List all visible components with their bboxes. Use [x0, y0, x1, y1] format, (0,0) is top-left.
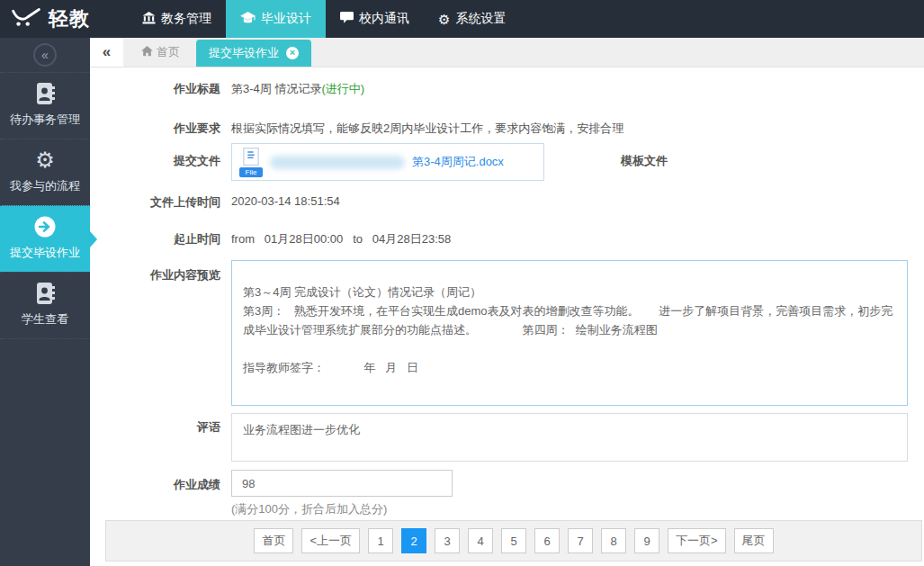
time-range-value: from 01月28日00:00 to 04月28日23:58: [231, 231, 451, 247]
arrow-right-circle-icon: [0, 215, 90, 238]
home-icon: [141, 46, 153, 59]
redacted-student-name: [270, 156, 405, 169]
chat-icon: [340, 12, 354, 26]
sidebar-collapse-row: «: [0, 38, 90, 72]
bank-icon: [142, 12, 156, 26]
nav-item-label: 系统设置: [455, 11, 506, 27]
pagination-page-1[interactable]: 1: [368, 528, 393, 553]
tab-submit-assignment[interactable]: 提交毕设作业 ×: [196, 40, 311, 67]
upload-time-value: 2020-03-14 18:51:54: [231, 194, 340, 208]
score-hint: (满分100分，折合后加入总分): [231, 501, 387, 517]
logo-icon: [11, 7, 41, 31]
app-window: 轻教 教务管理 毕业设计 校内通讯 ⚙ 系统设置 «: [0, 0, 924, 566]
sidebar: « 待办事务管理 ⚙ 我参与的流程 提交毕设作业 学生查看: [0, 38, 90, 566]
time-range-label: 起止时间: [90, 231, 220, 247]
assignment-requirement-value: 根据实际情况填写，能够反映2周内毕业设计工作，要求内容饱满，安排合理: [231, 121, 623, 137]
nav-item-label: 校内通讯: [359, 11, 409, 27]
sidebar-item-label: 我参与的流程: [10, 179, 80, 193]
assignment-title-text: 第3-4周 情况记录: [231, 82, 321, 95]
tabs-collapse-button[interactable]: «: [90, 38, 123, 67]
file-badge: File: [239, 167, 263, 177]
nav-item-graduation-design[interactable]: 毕业设计: [226, 0, 326, 38]
comment-label: 评语: [90, 419, 220, 436]
assignment-title-label: 作业标题: [90, 81, 220, 97]
nav-item-label: 教务管理: [161, 11, 211, 27]
submitted-file-box: File 第3-4周周记.docx: [231, 143, 544, 181]
pagination-page-7[interactable]: 7: [568, 528, 593, 553]
content-preview-label: 作业内容预览: [90, 267, 220, 283]
nav-item-label: 毕业设计: [261, 11, 311, 27]
sidebar-item-label: 提交毕设作业: [10, 246, 80, 259]
from-label: from: [231, 232, 255, 246]
graduation-cap-icon: [240, 12, 256, 26]
pagination-page-4[interactable]: 4: [468, 528, 493, 553]
sidebar-item-label: 待办事务管理: [10, 112, 80, 126]
sidebar-item-my-processes[interactable]: ⚙ 我参与的流程: [0, 139, 90, 205]
pagination-bar: 首页 <上一页 1 2 3 4 5 6 7 8 9 下一页> 尾页: [105, 520, 922, 562]
score-input[interactable]: [231, 470, 453, 497]
word-file-icon: File: [239, 148, 263, 177]
pagination-page-2-current[interactable]: 2: [401, 528, 426, 553]
tab-home-label: 首页: [157, 44, 180, 60]
tab-bar: « 首页 提交毕设作业 ×: [90, 38, 924, 67]
nav-item-system-settings[interactable]: ⚙ 系统设置: [424, 0, 520, 38]
status-in-progress: (进行中): [321, 82, 364, 95]
nav-item-academic[interactable]: 教务管理: [128, 0, 226, 38]
sidebar-item-label: 学生查看: [22, 312, 68, 326]
content-preview-textarea[interactable]: 第3～4周 完成设计（论文）情况记录（周记） 第3周： 熟悉开发环境，在平台实现…: [231, 260, 908, 406]
submitted-file-link[interactable]: 第3-4周周记.docx: [412, 154, 504, 170]
from-value: 01月28日00:00: [265, 232, 343, 246]
contact-card-icon: [0, 282, 90, 305]
sidebar-item-submit-assignment[interactable]: 提交毕设作业: [0, 205, 90, 272]
gear-icon: ⚙: [438, 13, 450, 26]
assignment-title-value: 第3-4周 情况记录(进行中): [231, 81, 364, 97]
comment-textarea[interactable]: 业务流程图进一步优化: [231, 413, 908, 462]
logo-text: 轻教: [49, 5, 90, 32]
contact-card-icon: [0, 82, 90, 105]
pagination-page-9[interactable]: 9: [634, 528, 659, 553]
sidebar-item-todo-management[interactable]: 待办事务管理: [0, 72, 90, 139]
upload-time-label: 文件上传时间: [90, 194, 220, 211]
sidebar-item-student-view[interactable]: 学生查看: [0, 272, 90, 338]
tab-home[interactable]: 首页: [123, 38, 196, 67]
assignment-requirement-label: 作业要求: [90, 121, 220, 137]
close-icon[interactable]: ×: [286, 47, 299, 59]
pagination-next[interactable]: 下一页>: [668, 528, 726, 553]
gear-icon: ⚙: [0, 148, 90, 172]
to-label: to: [353, 232, 363, 246]
pagination-page-6[interactable]: 6: [534, 528, 560, 553]
score-label: 作业成绩: [90, 477, 220, 493]
sidebar-collapse-button[interactable]: «: [33, 43, 57, 67]
pagination-prev[interactable]: <上一页: [301, 528, 360, 553]
pagination-last[interactable]: 尾页: [734, 528, 774, 553]
template-file-label: 模板文件: [621, 153, 693, 169]
nav-item-campus-mail[interactable]: 校内通讯: [326, 0, 424, 38]
app-logo[interactable]: 轻教: [0, 0, 103, 38]
active-item-notch: [90, 231, 97, 247]
submit-file-label: 提交文件: [90, 153, 220, 169]
sidebar-separator: [0, 338, 90, 347]
pagination-page-5[interactable]: 5: [501, 528, 526, 553]
pagination-page-3[interactable]: 3: [435, 528, 460, 553]
to-value: 04月28日23:58: [372, 232, 451, 246]
assignment-detail-form: 作业标题 第3-4周 情况记录(进行中) 作业要求 根据实际情况填写，能够反映2…: [90, 68, 924, 566]
pagination-first[interactable]: 首页: [254, 528, 293, 553]
pagination-page-8[interactable]: 8: [601, 528, 626, 553]
tab-active-label: 提交毕设作业: [209, 45, 279, 61]
top-navbar: 轻教 教务管理 毕业设计 校内通讯 ⚙ 系统设置: [0, 0, 924, 38]
